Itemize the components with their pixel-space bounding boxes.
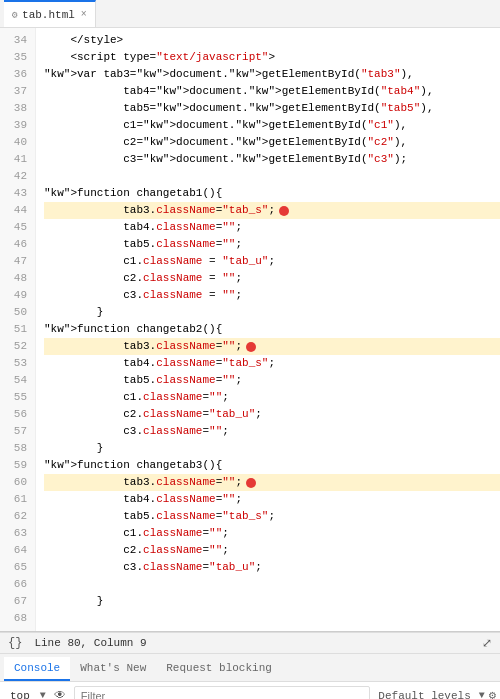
line-number: 54	[4, 372, 27, 389]
code-line: "kw">function changetab1(){	[44, 185, 500, 202]
file-icon: ⚙	[12, 9, 18, 21]
code-line	[44, 168, 500, 185]
code-line: c3.className="tab_u";	[44, 559, 500, 576]
code-line: tab3.className="tab_s";	[44, 202, 500, 219]
code-line: c3.className = "";	[44, 287, 500, 304]
line-number: 57	[4, 423, 27, 440]
code-line: tab4.className="";	[44, 491, 500, 508]
code-line: c1.className="";	[44, 389, 500, 406]
levels-dropdown-arrow[interactable]: ▼	[479, 690, 485, 699]
code-line: c3.className="";	[44, 423, 500, 440]
line-number: 39	[4, 117, 27, 134]
line-number: 62	[4, 508, 27, 525]
code-line: </style>	[44, 32, 500, 49]
code-content: 3435363738394041424344454647484950515253…	[0, 28, 500, 631]
devtools-tab-what's-new[interactable]: What's New	[70, 657, 156, 681]
expand-icon[interactable]: ⤢	[482, 636, 492, 651]
code-line: }	[44, 304, 500, 321]
line-numbers: 3435363738394041424344454647484950515253…	[0, 28, 36, 631]
line-number: 68	[4, 610, 27, 627]
settings-icon[interactable]: ⚙	[489, 688, 496, 699]
code-line: "kw">function changetab3(){	[44, 457, 500, 474]
line-number: 42	[4, 168, 27, 185]
line-number: 47	[4, 253, 27, 270]
line-number: 36	[4, 66, 27, 83]
log-levels-selector[interactable]: Default levels	[374, 690, 474, 700]
eye-icon[interactable]: 👁	[50, 686, 70, 700]
devtools-tabs: ConsoleWhat's NewRequest blocking	[0, 654, 500, 682]
line-number: 34	[4, 32, 27, 49]
code-line: tab4="kw">document."kw">getElementById("…	[44, 83, 500, 100]
code-line: }	[44, 440, 500, 457]
line-number: 61	[4, 491, 27, 508]
line-col-indicator: Line 80, Column 9	[34, 637, 146, 649]
line-number: 51	[4, 321, 27, 338]
devtools-tab-console[interactable]: Console	[4, 657, 70, 681]
line-number: 66	[4, 576, 27, 593]
devtools-toolbar: top ▼ 👁 Default levels ▼ ⚙	[0, 682, 500, 699]
line-number: 55	[4, 389, 27, 406]
code-line: tab5="kw">document."kw">getElementById("…	[44, 100, 500, 117]
line-number: 67	[4, 593, 27, 610]
code-line: c3="kw">document."kw">getElementById("c3…	[44, 151, 500, 168]
code-line: c1="kw">document."kw">getElementById("c1…	[44, 117, 500, 134]
tab-item-html[interactable]: ⚙ tab.html ×	[4, 0, 96, 27]
bottom-toolbar: {} Line 80, Column 9 ⤢	[0, 632, 500, 654]
code-line: tab5.className="";	[44, 236, 500, 253]
format-icon: {}	[8, 636, 22, 650]
line-number: 35	[4, 49, 27, 66]
code-line: c2.className="";	[44, 542, 500, 559]
code-line: <script type="text/javascript">	[44, 49, 500, 66]
code-line: "kw">var tab3="kw">document."kw">getElem…	[44, 66, 500, 83]
line-number: 44	[4, 202, 27, 219]
line-number: 46	[4, 236, 27, 253]
code-line: c1.className="";	[44, 525, 500, 542]
line-number: 58	[4, 440, 27, 457]
code-editor: ⚙ tab.html × 343536373839404142434445464…	[0, 0, 500, 632]
tab-bar: ⚙ tab.html ×	[0, 0, 500, 28]
line-number: 43	[4, 185, 27, 202]
code-line: c1.className = "tab_u";	[44, 253, 500, 270]
code-line: tab3.className="";	[44, 338, 500, 355]
code-line: tab4.className="";	[44, 219, 500, 236]
code-line: c2.className="tab_u";	[44, 406, 500, 423]
line-number: 49	[4, 287, 27, 304]
code-line: tab3.className="";	[44, 474, 500, 491]
line-number: 60	[4, 474, 27, 491]
tab-label: tab.html	[22, 9, 75, 21]
line-number: 63	[4, 525, 27, 542]
code-line: tab5.className="";	[44, 372, 500, 389]
line-number: 45	[4, 219, 27, 236]
code-line: tab4.className="tab_s";	[44, 355, 500, 372]
devtools-tab-request-blocking[interactable]: Request blocking	[156, 657, 282, 681]
line-number: 53	[4, 355, 27, 372]
code-lines: </style> <script type="text/javascript">…	[36, 28, 500, 631]
error-indicator	[279, 206, 289, 216]
code-line: c2.className = "";	[44, 270, 500, 287]
devtools-panel: ConsoleWhat's NewRequest blocking top ▼ …	[0, 654, 500, 699]
line-number: 65	[4, 559, 27, 576]
line-number: 56	[4, 406, 27, 423]
line-number: 40	[4, 134, 27, 151]
context-dropdown-arrow[interactable]: ▼	[40, 690, 46, 699]
line-number: 38	[4, 100, 27, 117]
line-number: 64	[4, 542, 27, 559]
code-line: c2="kw">document."kw">getElementById("c2…	[44, 134, 500, 151]
code-line	[44, 576, 500, 593]
code-line	[44, 610, 500, 627]
error-indicator	[246, 342, 256, 352]
error-indicator	[246, 478, 256, 488]
line-number: 48	[4, 270, 27, 287]
console-filter-input[interactable]	[74, 686, 371, 700]
context-selector[interactable]: top	[4, 690, 36, 700]
line-number: 59	[4, 457, 27, 474]
code-line: }	[44, 593, 500, 610]
line-number: 50	[4, 304, 27, 321]
line-number: 37	[4, 83, 27, 100]
code-line: tab5.className="tab_s";	[44, 508, 500, 525]
line-number: 41	[4, 151, 27, 168]
line-number: 52	[4, 338, 27, 355]
tab-close-button[interactable]: ×	[81, 9, 87, 20]
code-line: "kw">function changetab2(){	[44, 321, 500, 338]
